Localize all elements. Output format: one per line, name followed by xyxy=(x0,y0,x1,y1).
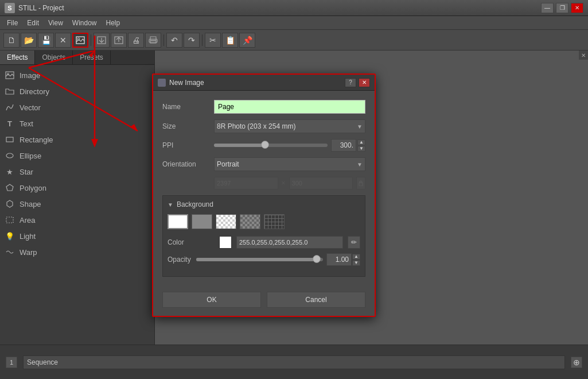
sequence-add-button[interactable]: ⊕ xyxy=(571,357,582,368)
ppi-up-arrow[interactable]: ▲ xyxy=(357,140,365,145)
sidebar-item-rectangle[interactable]: Rectangle xyxy=(0,132,154,148)
shape-icon xyxy=(5,199,15,209)
orientation-label: Orientation xyxy=(162,160,214,168)
sidebar-item-image[interactable]: Image xyxy=(0,67,154,83)
sidebar-item-polygon[interactable]: Polygon xyxy=(0,180,154,196)
ppi-down-arrow[interactable]: ▼ xyxy=(357,146,365,152)
menu-edit[interactable]: Edit xyxy=(22,18,44,28)
export-button[interactable] xyxy=(111,33,127,48)
name-row: Name xyxy=(162,100,365,114)
redo-button[interactable]: ↷ xyxy=(184,33,200,48)
opacity-thumb[interactable] xyxy=(313,255,321,263)
open-folder-button[interactable]: 📂 xyxy=(21,33,37,48)
color-swatch[interactable] xyxy=(219,236,232,249)
bg-preset-checker-light[interactable] xyxy=(216,214,236,229)
right-panel-close[interactable]: ✕ xyxy=(579,51,588,60)
size-dropdown-arrow: ▼ xyxy=(357,123,363,130)
name-input[interactable] xyxy=(214,100,365,114)
toolbar-sep-2 xyxy=(163,34,164,46)
ppi-label: PPI xyxy=(162,141,214,149)
title-text: STILL - Project xyxy=(18,4,64,12)
sidebar-item-shape[interactable]: Shape xyxy=(0,196,154,212)
opacity-up-arrow[interactable]: ▲ xyxy=(352,254,360,260)
bg-preset-checker-dark[interactable] xyxy=(240,214,260,229)
cut-button[interactable]: ✂ xyxy=(205,33,221,48)
svg-rect-15 xyxy=(6,217,13,223)
sidebar-item-area[interactable]: Area xyxy=(0,212,154,228)
ppi-value[interactable]: 300. xyxy=(331,139,356,152)
opacity-down-arrow[interactable]: ▼ xyxy=(352,260,360,266)
light-icon: 💡 xyxy=(5,231,15,241)
cancel-button[interactable]: Cancel xyxy=(267,292,365,308)
paste-button[interactable]: 📌 xyxy=(239,33,255,48)
bg-section-header: ▼ Background xyxy=(168,200,360,208)
dialog-title-text: New Image xyxy=(169,79,204,87)
dialog-title-bar: New Image ? ✕ xyxy=(153,75,375,91)
copy-button[interactable]: 📋 xyxy=(222,33,238,48)
lock-btn[interactable] xyxy=(356,177,365,190)
new-file-button[interactable]: 🗋 xyxy=(3,33,20,48)
color-input[interactable]: 255.0,255.0,255.0,255.0 xyxy=(236,236,343,249)
opacity-spin: 1.00 ▲ ▼ xyxy=(326,253,360,266)
close-file-button[interactable]: ✕ xyxy=(55,33,71,48)
import-button[interactable] xyxy=(94,33,110,48)
ppi-slider-thumb[interactable] xyxy=(261,141,269,149)
menu-help[interactable]: Help xyxy=(102,18,125,28)
directory-icon xyxy=(5,86,15,96)
bg-preset-grid[interactable] xyxy=(264,214,285,229)
undo-button[interactable]: ↶ xyxy=(166,33,182,48)
vector-label: Vector xyxy=(20,103,41,112)
tab-objects[interactable]: Objects xyxy=(35,51,73,64)
area-label: Area xyxy=(20,216,35,225)
orientation-select[interactable]: Portrait ▼ xyxy=(214,157,365,171)
sidebar-item-directory[interactable]: Directory xyxy=(0,83,154,99)
sidebar-item-vector[interactable]: Vector xyxy=(0,99,154,115)
opacity-row: Opacity 1.00 ▲ ▼ xyxy=(168,253,360,266)
menu-bar: File Edit View Window Help xyxy=(0,16,588,30)
polygon-icon xyxy=(5,183,15,193)
ppi-slider-track[interactable] xyxy=(214,144,328,147)
sidebar-item-ellipse[interactable]: Ellipse xyxy=(0,148,154,164)
bg-preset-white[interactable] xyxy=(168,214,188,229)
print-button[interactable]: 🖨 xyxy=(128,33,144,48)
color-edit-button[interactable]: ✏ xyxy=(348,236,360,249)
dimensions-control: 2397 × 300 xyxy=(214,177,365,190)
dialog-close-button[interactable]: ✕ xyxy=(359,78,370,87)
width-value: 2397 xyxy=(214,177,278,190)
bg-section: ▼ Background Color xyxy=(162,195,365,277)
title-bar-left: S STILL - Project xyxy=(5,3,64,13)
directory-label: Directory xyxy=(20,87,49,96)
bg-collapse-icon[interactable]: ▼ xyxy=(168,202,173,208)
dialog-title-controls: ? ✕ xyxy=(345,78,370,87)
ppi-spin-arrows: ▲ ▼ xyxy=(357,140,365,152)
svg-marker-13 xyxy=(6,184,13,191)
sidebar-item-text[interactable]: T Text xyxy=(0,115,154,132)
restore-button[interactable]: ❐ xyxy=(556,3,568,13)
dialog-help-button[interactable]: ? xyxy=(345,78,356,87)
bg-preset-gray[interactable] xyxy=(192,214,212,229)
menu-window[interactable]: Window xyxy=(68,18,102,28)
bottom-area: 1 Sequence ⊕ xyxy=(0,345,588,379)
opacity-slider[interactable] xyxy=(196,258,323,261)
sidebar-item-star[interactable]: ★ Star xyxy=(0,164,154,180)
minimize-button[interactable]: — xyxy=(541,3,554,13)
size-select[interactable]: 8R Photo (203 x 254 mm) ▼ xyxy=(214,119,365,133)
menu-file[interactable]: File xyxy=(2,18,22,28)
sidebar-items: Image Directory Vector T Text xyxy=(0,65,154,345)
ok-button[interactable]: OK xyxy=(162,292,261,308)
new-image-button[interactable] xyxy=(72,33,88,48)
save-button[interactable]: 💾 xyxy=(38,33,54,48)
svg-rect-0 xyxy=(76,37,84,44)
sidebar-item-warp[interactable]: Warp xyxy=(0,244,154,260)
orientation-value: Portrait xyxy=(217,160,239,168)
tab-effects[interactable]: Effects xyxy=(0,51,35,64)
menu-view[interactable]: View xyxy=(44,18,68,28)
print2-button[interactable] xyxy=(145,33,161,48)
dialog: New Image ? ✕ Name Size 8R Photo (2 xyxy=(152,74,376,317)
svg-rect-11 xyxy=(6,137,13,142)
tab-presets[interactable]: Presets xyxy=(73,51,111,64)
sidebar-item-light[interactable]: 💡 Light xyxy=(0,228,154,244)
window-close-button[interactable]: ✕ xyxy=(571,3,583,13)
rectangle-icon xyxy=(5,134,15,145)
opacity-value[interactable]: 1.00 xyxy=(326,253,352,266)
